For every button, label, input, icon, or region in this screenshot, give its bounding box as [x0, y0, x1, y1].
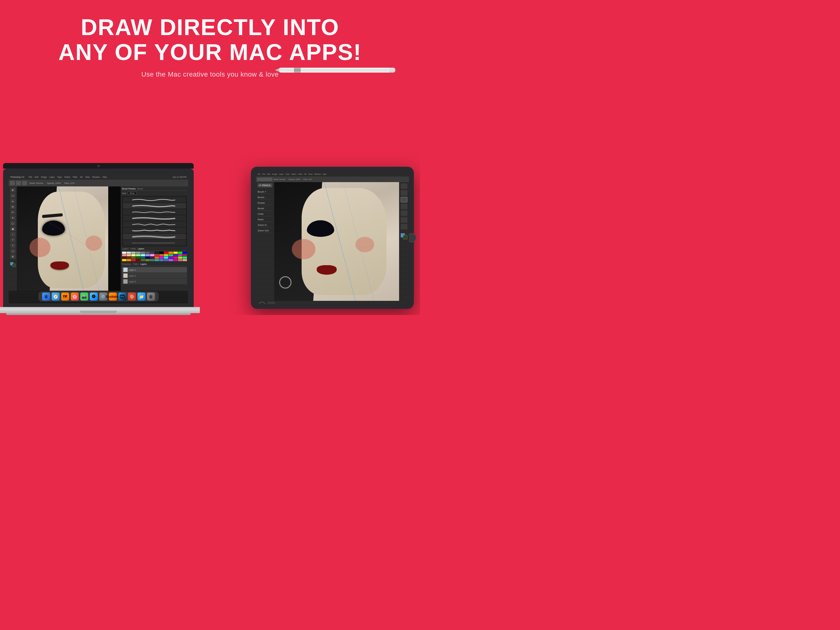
dock-icon-facetime[interactable]: 📷: [80, 293, 88, 301]
swatch[interactable]: [159, 254, 164, 256]
dock-icon-trash[interactable]: 🗑: [147, 293, 155, 301]
swatch[interactable]: [131, 254, 136, 256]
swatch[interactable]: [150, 256, 154, 259]
brush-item-6[interactable]: [123, 228, 186, 233]
swatch[interactable]: [122, 254, 126, 256]
ps-color-switcher[interactable]: [10, 262, 16, 267]
ipad-tool-zoom[interactable]: [401, 217, 407, 223]
ipad-tool-brush-active[interactable]: [401, 197, 407, 203]
swatch[interactable]: [164, 259, 168, 261]
swatch[interactable]: [155, 256, 159, 259]
swatch[interactable]: [159, 256, 164, 259]
ipad-menu-image[interactable]: Image: [272, 173, 277, 175]
ps-type-tool[interactable]: T: [10, 243, 16, 248]
swatch[interactable]: [159, 252, 164, 254]
brush-item-2[interactable]: [123, 203, 186, 209]
swatch[interactable]: [127, 252, 131, 254]
panel-channels[interactable]: Channels: [122, 263, 131, 265]
swatch[interactable]: [164, 256, 168, 259]
ipad-tool-option[interactable]: [257, 177, 272, 181]
brush-size-input[interactable]: 24 px: [128, 192, 137, 195]
swatch[interactable]: [136, 254, 140, 256]
swatch[interactable]: [150, 252, 154, 254]
ps-brush-tool[interactable]: ✏: [10, 210, 16, 215]
dock-icon-photoshop[interactable]: Ps: [118, 293, 126, 301]
ps-eraser-tool[interactable]: ◻: [10, 221, 16, 226]
dock-icon-safari[interactable]: 🧭: [52, 293, 60, 301]
brush-item-8[interactable]: [123, 240, 186, 245]
dock-icon-unknown[interactable]: 🎨: [128, 293, 136, 301]
swatch[interactable]: [150, 259, 154, 261]
swatch[interactable]: [164, 252, 168, 254]
ipad-menu-select[interactable]: Select: [291, 173, 297, 175]
ps-shape-tool[interactable]: ◇: [10, 249, 16, 253]
swatch[interactable]: [164, 254, 168, 256]
ps-lasso-tool[interactable]: ⌀: [10, 199, 16, 204]
ipad-btn-undo[interactable]: Undo: [257, 212, 272, 216]
swatch[interactable]: [145, 256, 150, 259]
swatch[interactable]: [174, 252, 178, 254]
ps-pen-tool[interactable]: ⌖: [10, 237, 16, 242]
ps-menu-window[interactable]: Window: [92, 176, 100, 178]
swatch[interactable]: [183, 259, 187, 261]
panel-layers-active[interactable]: Layers: [140, 263, 147, 265]
ipad-btn-zoom-out[interactable]: Zoom Out: [257, 229, 272, 233]
swatch[interactable]: [178, 256, 182, 259]
swatch[interactable]: [131, 256, 136, 259]
ipad-menu-edit[interactable]: Edit: [267, 173, 270, 175]
ipad-menu-layer[interactable]: Layer: [279, 173, 284, 175]
panel-tab-paths[interactable]: Paths: [130, 248, 136, 250]
swatch[interactable]: [145, 252, 150, 254]
layer-item-1[interactable]: Layer 1: [122, 267, 187, 272]
swatch[interactable]: [131, 252, 136, 254]
brush-item-1[interactable]: [123, 197, 186, 203]
swatch[interactable]: [174, 259, 178, 261]
swatch[interactable]: [131, 259, 136, 261]
panel-tab-layers3[interactable]: Layers: [138, 248, 144, 250]
swatch[interactable]: [136, 252, 140, 254]
swatch[interactable]: [122, 256, 126, 259]
ipad-menu-help[interactable]: Help: [322, 173, 326, 175]
swatch[interactable]: [136, 256, 140, 259]
dock-icon-folder[interactable]: 📁: [137, 293, 145, 301]
ps-menu-image[interactable]: Image: [41, 176, 47, 178]
swatch[interactable]: [122, 252, 126, 254]
ps-menu-help[interactable]: Help: [103, 176, 107, 178]
swatch[interactable]: [178, 252, 182, 254]
swatch[interactable]: [169, 259, 173, 261]
brush-item-4[interactable]: [123, 215, 186, 221]
dock-icon-illustrator[interactable]: Illustrator: [109, 293, 117, 301]
ps-menu-filter[interactable]: Filter: [73, 176, 78, 178]
swatch[interactable]: [150, 254, 154, 256]
ipad-color-switcher[interactable]: [401, 233, 407, 239]
swatch[interactable]: [145, 259, 150, 261]
ps-dodge-tool[interactable]: ○: [10, 232, 16, 237]
swatch[interactable]: [174, 256, 178, 259]
ipad-canvas[interactable]: [274, 182, 399, 301]
ps-tool-option[interactable]: [16, 181, 21, 185]
ipad-menu-view[interactable]: View: [308, 173, 313, 175]
swatch[interactable]: [141, 252, 145, 254]
ps-move-tool[interactable]: ✥: [10, 188, 16, 193]
ps-canvas[interactable]: [17, 187, 120, 293]
ps-select-tool[interactable]: ▭: [10, 193, 16, 198]
swatch[interactable]: [127, 256, 131, 259]
ipad-reset-btn[interactable]: ↺: [267, 302, 275, 304]
ps-stamp-tool[interactable]: ✦: [10, 215, 16, 220]
swatch[interactable]: [127, 259, 131, 261]
ipad-settings-btn[interactable]: ⚙: [258, 302, 266, 304]
brush-item-7[interactable]: [123, 234, 186, 239]
ps-menu-3d[interactable]: 3D: [80, 176, 83, 178]
swatch[interactable]: [145, 254, 150, 256]
ps-zoom-tool[interactable]: ⊕: [10, 254, 16, 259]
swatch[interactable]: [141, 256, 145, 259]
panel-paths2[interactable]: Paths: [133, 263, 139, 265]
ipad-menu-type[interactable]: Type: [285, 173, 289, 175]
ipad-tool-eyedropper[interactable]: [401, 224, 407, 230]
ipad-tool-select[interactable]: [401, 190, 407, 196]
swatch[interactable]: [183, 254, 187, 256]
brush-item-5[interactable]: [123, 222, 186, 227]
ipad-btn-redo[interactable]: Redo: [257, 217, 272, 222]
ipad-tool-eraser[interactable]: [401, 204, 407, 209]
swatch[interactable]: [169, 254, 173, 256]
